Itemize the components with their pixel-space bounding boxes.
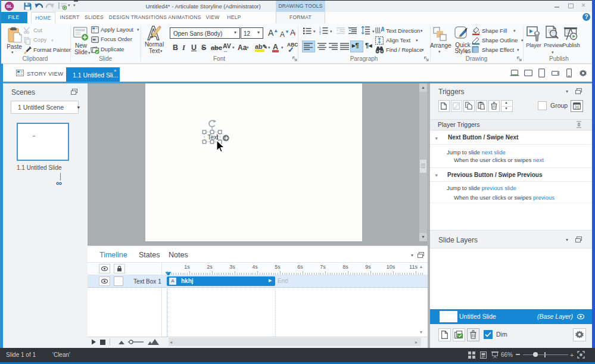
svg-text:A: A bbox=[381, 26, 384, 33]
svg-text:[x]: [x] bbox=[575, 105, 579, 110]
svg-text:3: 3 bbox=[319, 32, 321, 35]
